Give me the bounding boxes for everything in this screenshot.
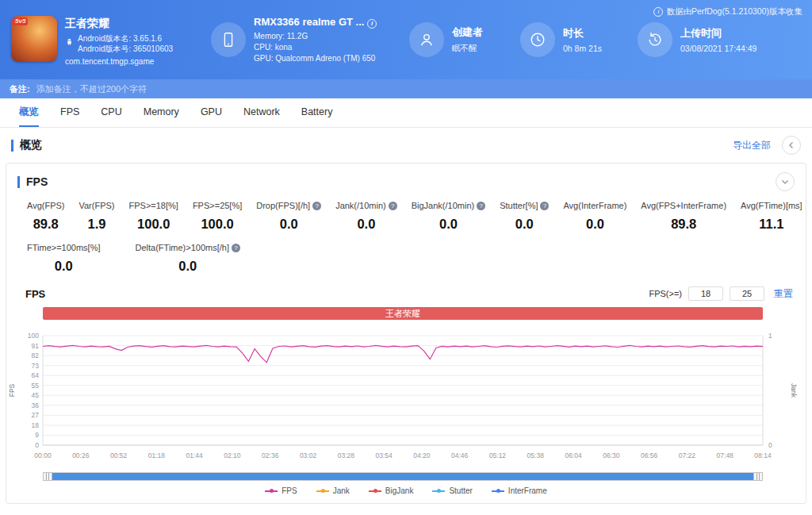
collect-note-text: 数据由PerfDog(5.1.210300)版本收集 [666,6,802,17]
device-model: RMX3366 realme GT ... [254,16,364,28]
scrollbar-right-handle[interactable] [753,472,763,481]
app-icon: 5v5 [11,16,57,62]
legend-BigJank[interactable]: BigJank [369,486,414,495]
legend-FPS[interactable]: FPS [265,486,297,495]
accent-bar [17,176,20,188]
stat-value: 1.9 [79,217,114,232]
stat: Drop(FPS)[/h]0.0 [256,201,321,232]
legend-Stutter[interactable]: Stutter [432,486,472,495]
collect-note: 数据由PerfDog(5.1.210300)版本收集 [653,6,802,17]
fps-stats-row2: FTime>=100ms[%]0.0Delta(FTime)>100ms[/h]… [6,243,806,274]
legend-marker [432,490,445,492]
note-label: 备注: [10,83,30,95]
device-block: RMX3366 realme GT ... Memory: 11.2G CPU:… [211,16,409,64]
svg-text:64: 64 [32,371,40,379]
stat-value: 0.0 [563,217,626,232]
fps-chart-label: FPS [25,288,45,300]
tab-概览[interactable]: 概览 [19,98,39,127]
info-icon[interactable] [477,202,485,210]
info-icon[interactable] [232,244,240,252]
svg-text:100: 100 [28,332,39,340]
accent-bar [11,140,13,152]
app-badge: 5v5 [13,17,28,25]
phone-icon [211,22,246,57]
scrollbar-left-handle[interactable] [43,472,52,481]
svg-text:06:04: 06:04 [565,452,582,459]
scene-banner: 王者荣耀 [43,307,763,320]
legend-marker [492,490,504,492]
android-icon [65,37,74,51]
stat-value: 0.0 [335,217,397,232]
svg-text:36: 36 [32,402,40,409]
legend-label: Stutter [449,486,472,495]
stat: Jank(/10min)0.0 [335,201,397,232]
clock-icon [520,22,555,57]
fps-chart-wrap: 100918273645545362718901000:0000:2600:52… [6,321,806,472]
fps-threshold-input-2[interactable] [730,286,764,301]
device-gpu: GPU: Qualcomm Adreno (TM) 650 [254,53,377,64]
stat: Avg(InterFrame)0.0 [563,201,626,232]
stat: FTime>=100ms[%]0.0 [27,243,101,274]
android-version-code: Android版本号: 365010603 [78,44,173,55]
fps-card-header: FPS [6,163,806,194]
legend-marker [265,490,278,492]
svg-text:FPS: FPS [8,383,16,397]
stat-label: Var(FPS) [79,201,114,210]
legend-marker [316,490,329,492]
fps-threshold-input-1[interactable] [688,286,723,301]
chart-scrollbar[interactable] [43,472,763,481]
tab-CPU[interactable]: CPU [101,98,121,127]
svg-text:03:02: 03:02 [300,452,317,459]
overview-title: 概览 [20,138,42,152]
fps-stats-row1: Avg(FPS)89.8Var(FPS)1.9FPS>=18[%]100.0FP… [6,201,806,232]
app-name: 王者荣耀 [65,16,173,30]
svg-text:1: 1 [768,332,772,340]
device-meta: RMX3366 realme GT ... Memory: 11.2G CPU:… [254,16,377,64]
note-bar[interactable]: 备注: 添加备注，不超过200个字符 [0,79,812,98]
collapse-down-button[interactable] [776,172,795,191]
info-icon[interactable] [540,202,549,210]
svg-text:9: 9 [35,431,39,439]
stat-label: Avg(InterFrame) [563,201,626,210]
stat-label: FPS>=18[%] [129,201,178,210]
svg-text:04:20: 04:20 [413,452,431,459]
perfdog-report-page: 5v5 王者荣耀 Android版本名: 3.65.1.6 Android版本号… [0,0,812,515]
tab-GPU[interactable]: GPU [201,98,222,127]
stat-label: Delta(FTime)>100ms[/h] [136,243,241,252]
stat-value: 0.0 [256,217,321,232]
collapse-left-button[interactable] [782,136,801,155]
svg-text:02:10: 02:10 [224,452,241,459]
info-icon[interactable] [312,202,321,210]
fps-line-chart[interactable]: 100918273645545362718901000:0000:2600:52… [6,321,806,472]
legend-InterFrame[interactable]: InterFrame [492,486,547,495]
stat: Var(FPS)1.9 [79,201,114,232]
svg-text:01:18: 01:18 [148,452,166,459]
svg-text:05:12: 05:12 [489,452,507,459]
reset-link[interactable]: 重置 [774,287,793,301]
svg-text:0: 0 [35,441,39,449]
svg-text:03:28: 03:28 [338,452,355,459]
stat-label: BigJank(/10min) [412,201,485,210]
device-info-icon[interactable] [367,19,377,29]
stat-label: Stutter[%] [500,201,549,210]
note-placeholder: 添加备注，不超过200个字符 [36,83,147,95]
tab-FPS[interactable]: FPS [60,98,79,127]
app-package: com.tencent.tmgp.sgame [65,56,173,67]
svg-text:04:46: 04:46 [451,452,469,459]
stat-value: 100.0 [193,217,242,232]
info-icon[interactable] [389,202,397,210]
svg-text:27: 27 [32,411,40,419]
tab-Battery[interactable]: Battery [301,98,333,127]
export-all-link[interactable]: 导出全部 [733,139,771,152]
legend-Jank[interactable]: Jank [316,486,350,495]
creator-label: 创建者 [452,25,483,40]
stat-value: 0.0 [27,259,101,274]
stat-value: 89.8 [27,217,64,232]
svg-text:18: 18 [32,421,40,429]
stat: Avg(FPS)89.8 [27,201,64,232]
tab-Network[interactable]: Network [243,98,280,127]
tab-bar: 概览FPSCPUMemoryGPUNetworkBattery [0,98,812,128]
upload-block: 上传时间 03/08/2021 17:44:49 [638,22,756,57]
stat-label: Avg(FPS) [27,201,64,210]
tab-Memory[interactable]: Memory [144,98,179,127]
